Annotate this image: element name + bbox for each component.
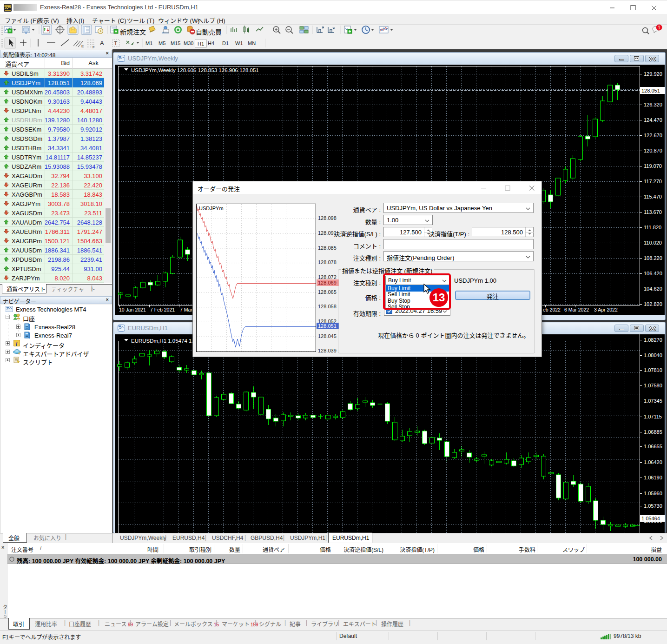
svg-text:128.051: 128.051 [641,88,660,93]
svg-text:6 Mar 2022: 6 Mar 2022 [564,307,589,312]
svg-text:1.06655: 1.06655 [644,444,662,449]
svg-text:102.820: 102.820 [644,301,662,307]
svg-text:USDJPYm: USDJPYm [199,206,224,211]
svg-text:E: E [81,44,84,48]
svg-text:115.470: 115.470 [644,194,662,199]
svg-text:120.870: 120.870 [644,148,662,153]
svg-text:129.920: 129.920 [644,71,662,77]
svg-text:1.05730: 1.05730 [644,503,662,509]
svg-text:1: 1 [658,25,660,30]
svg-text:eb 2022: eb 2022 [543,307,561,312]
svg-text:1.06420: 1.06420 [644,459,662,465]
svg-text:T: T [114,40,118,46]
svg-text:1.07580: 1.07580 [644,383,662,388]
svg-text:7 Feb 2021: 7 Feb 2021 [150,307,175,312]
svg-text:A: A [100,40,104,46]
svg-text:113.670: 113.670 [644,209,662,215]
svg-text:111.820: 111.820 [644,225,661,230]
svg-text:1.05960: 1.05960 [644,491,662,496]
svg-text:1.08040: 1.08040 [644,352,662,358]
svg-text:1.08270: 1.08270 [644,337,662,343]
svg-text:126.320: 126.320 [644,102,662,107]
svg-text:117.270: 117.270 [644,179,662,184]
svg-text:10 Jan 2021: 10 Jan 2021 [119,307,146,312]
svg-text:108.220: 108.220 [644,255,662,261]
svg-text:USDJPYm,Weekly 128.606 128.85: USDJPYm,Weekly 128.606 128.853 126.906 1… [131,67,259,73]
svg-text:3 Apr 2022: 3 Apr 2022 [594,307,618,312]
svg-text:1.06190: 1.06190 [644,475,662,480]
svg-text:1.05464: 1.05464 [641,516,660,521]
svg-text:F: F [92,45,95,49]
svg-text:1.07810: 1.07810 [644,367,662,373]
svg-text:1.07115: 1.07115 [644,414,662,419]
svg-text:124.470: 124.470 [644,117,662,123]
svg-text:122.670: 122.670 [644,133,662,138]
svg-text:106.420: 106.420 [644,271,662,276]
svg-text:1.06885: 1.06885 [644,429,662,435]
svg-text:1.07345: 1.07345 [644,398,662,404]
svg-text:104.620: 104.620 [644,286,662,292]
svg-text:110.020: 110.020 [644,240,662,246]
svg-text:119.070: 119.070 [644,163,662,169]
